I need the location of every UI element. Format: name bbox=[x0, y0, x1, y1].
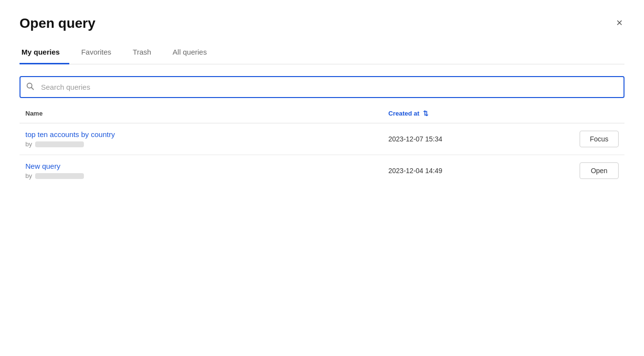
tab-trash[interactable]: Trash bbox=[131, 43, 161, 64]
close-button[interactable]: × bbox=[614, 16, 624, 30]
column-header-action bbox=[534, 110, 624, 123]
table-row: New queryby2023-12-04 14:49Open bbox=[20, 155, 624, 187]
search-input[interactable] bbox=[20, 76, 624, 98]
by-label: by bbox=[25, 140, 32, 148]
tabs-bar: My queries Favorites Trash All queries bbox=[20, 43, 624, 64]
search-container bbox=[20, 76, 624, 98]
user-placeholder bbox=[35, 141, 84, 147]
created-at-value: 2023-12-04 14:49 bbox=[388, 167, 443, 175]
queries-table: Name Created at ⇅ top ten accounts by co… bbox=[20, 110, 624, 186]
column-header-name: Name bbox=[20, 110, 382, 123]
sort-icon: ⇅ bbox=[423, 110, 428, 117]
table-row: top ten accounts by countryby2023-12-07 … bbox=[20, 123, 624, 155]
query-name-link[interactable]: New query bbox=[25, 162, 377, 170]
focus-button[interactable]: Focus bbox=[580, 131, 619, 147]
created-at-value: 2023-12-07 15:34 bbox=[388, 135, 443, 143]
query-by: by bbox=[25, 140, 377, 148]
dialog-header: Open query × bbox=[20, 16, 624, 31]
tab-favorites[interactable]: Favorites bbox=[79, 43, 121, 64]
query-by: by bbox=[25, 172, 377, 179]
tab-my-queries[interactable]: My queries bbox=[20, 43, 69, 64]
query-name-link[interactable]: top ten accounts by country bbox=[25, 130, 377, 138]
open-query-dialog: Open query × My queries Favorites Trash … bbox=[0, 0, 644, 356]
open-button[interactable]: Open bbox=[580, 162, 619, 179]
by-label: by bbox=[25, 172, 32, 179]
dialog-title: Open query bbox=[20, 16, 96, 31]
tab-all-queries[interactable]: All queries bbox=[171, 43, 217, 64]
column-header-created-at[interactable]: Created at ⇅ bbox=[382, 110, 534, 123]
user-placeholder bbox=[35, 173, 84, 179]
